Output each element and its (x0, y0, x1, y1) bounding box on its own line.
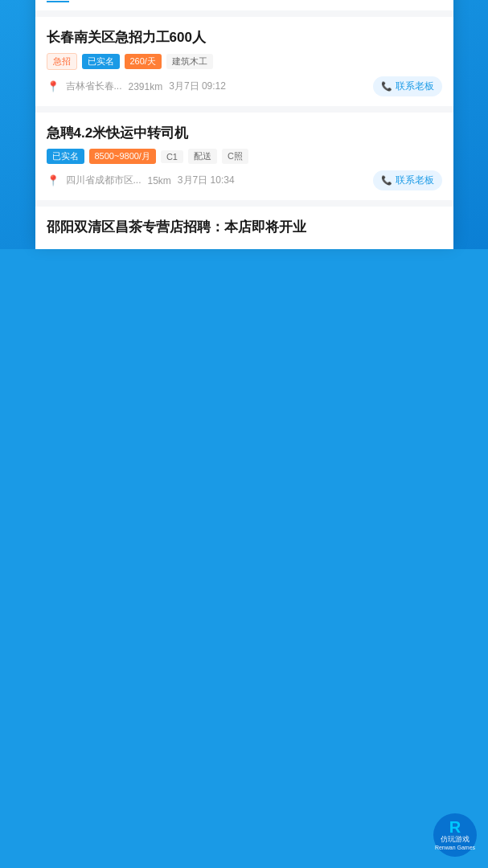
city-filter-dropdown[interactable]: 城市 ▾ (347, 0, 375, 1)
watermark: R 仿玩游戏 Renwan Games (433, 813, 477, 857)
tab-comprehensive[interactable]: 综合 (47, 0, 69, 2)
job-date-1: 3月7日 09:12 (169, 80, 226, 93)
tag-verified-2: 已实名 (47, 149, 84, 164)
phone-icon-2: 📞 (381, 175, 392, 186)
tag-c1-2: C1 (161, 150, 183, 163)
job-meta-1: 📍 吉林省长春... 2391km 3月7日 09:12 📞 联系老板 (47, 76, 442, 96)
watermark-line1: 仿玩游戏 (441, 835, 470, 845)
job-meta-2: 📍 四川省成都市区... 15km 3月7日 10:34 📞 联系老板 (47, 170, 442, 190)
job-location-2: 四川省成都市区... (66, 174, 141, 187)
job-tags-1: 急招 已实名 260/天 建筑木工 (47, 53, 442, 70)
jobtype-filter-dropdown[interactable]: 全部工种 ▾ (394, 0, 442, 1)
location-icon-1: 📍 (47, 80, 59, 92)
location-icon-2: 📍 (47, 174, 59, 186)
tag-type-1: 建筑木工 (166, 54, 213, 69)
phone-mockup: 9:41 ▌▌▌ (35, 0, 453, 249)
tag-pay-2: 8500~9800/月 (89, 149, 156, 164)
job-title-2: 急聘4.2米快运中转司机 (47, 124, 442, 142)
tag-pay-1: 260/天 (125, 54, 162, 69)
job-distance-2: 15km (148, 175, 171, 186)
partial-job-title: 邵阳双清区昌茶专营店招聘：本店即将开业 (47, 218, 442, 236)
main-content: 建筑招工 日结专区 (35, 0, 453, 249)
promo-area: 找工作 上鱼泡网 行业齐全 职位多 精准推荐 高薪职位任您选 9:41 ▌▌▌ (0, 0, 488, 249)
partial-job-card[interactable]: 邵阳双清区昌茶专营店招聘：本店即将开业 (35, 207, 453, 249)
tag-urgent-1: 急招 (47, 53, 77, 70)
tag-delivery-2: 配送 (188, 149, 217, 164)
job-card-2[interactable]: 急聘4.2米快运中转司机 已实名 8500~9800/月 C1 配送 C照 📍 … (35, 113, 453, 200)
contact-button-2[interactable]: 📞 联系老板 (373, 170, 442, 190)
job-title-1: 长春南关区急招力工600人 (47, 28, 442, 47)
contact-label-1: 联系老板 (396, 80, 434, 93)
tab-recommend[interactable]: 推荐 (82, 0, 105, 2)
jobtype-filter-label: 全部工种 (394, 0, 436, 1)
job-location-1: 吉林省长春... (66, 80, 122, 93)
tag-verified-1: 已实名 (82, 54, 120, 69)
filter-tabs: 综合 推荐 附近 城市 ▾ 全部工种 ▾ (35, 0, 453, 10)
phone-icon-1: 📞 (381, 81, 392, 92)
job-tags-2: 已实名 8500~9800/月 C1 配送 C照 (47, 149, 442, 164)
city-filter-label: 城市 (347, 0, 368, 1)
watermark-line2: Renwan Games (435, 844, 475, 851)
contact-button-1[interactable]: 📞 联系老板 (373, 76, 442, 96)
job-distance-1: 2391km (129, 81, 163, 92)
tab-nearby[interactable]: 附近 (117, 0, 140, 2)
contact-label-2: 联系老板 (396, 174, 434, 187)
watermark-r: R (449, 819, 461, 835)
tag-clicense-2: C照 (222, 149, 248, 164)
job-date-2: 3月7日 10:34 (178, 174, 235, 187)
job-card-1[interactable]: 长春南关区急招力工600人 急招 已实名 260/天 建筑木工 📍 吉林省长春.… (35, 17, 453, 106)
